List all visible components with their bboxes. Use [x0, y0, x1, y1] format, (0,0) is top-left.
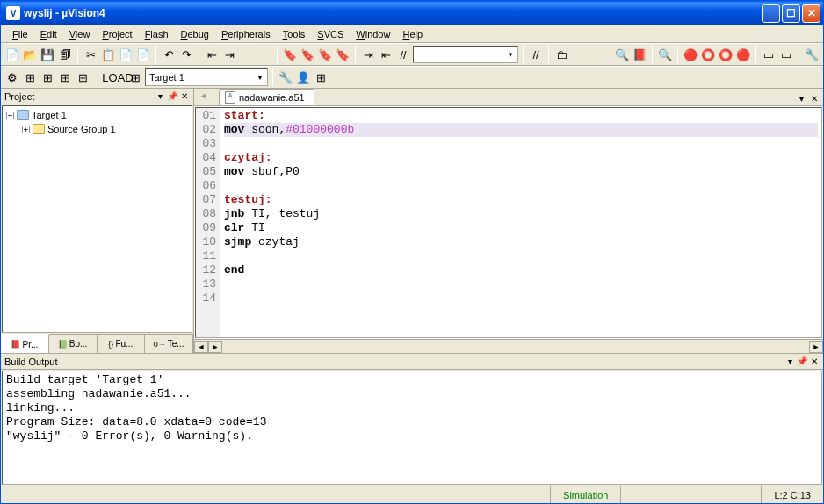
tree-source-group[interactable]: + Source Group 1 [4, 122, 190, 136]
toolbar-button[interactable]: 📕 [632, 47, 647, 62]
scroll-left-icon[interactable]: ◄ [194, 341, 208, 353]
minimize-button[interactable]: _ [762, 4, 780, 23]
toolbar-button[interactable]: ⊞ [40, 69, 55, 85]
project-panel: Project ▾ 📌 ✕ − Target 1 + Source Group … [1, 89, 194, 353]
panel-dropdown-icon[interactable]: ▾ [155, 91, 165, 101]
toolbar-button[interactable]: // [528, 47, 544, 62]
code-content[interactable]: start:mov scon,#01000000bczytaj:mov sbuf… [220, 108, 821, 337]
project-tab[interactable]: 📕Pr... [1, 334, 49, 353]
menu-file[interactable]: File [6, 27, 34, 41]
project-tabs: 📕Pr...📗Bo...{}Fu...0→Te... [1, 334, 193, 353]
toolbar-button[interactable]: 🔖 [335, 47, 351, 62]
toolbar-button[interactable]: 💾 [40, 47, 55, 62]
panel-close-icon[interactable]: ✕ [179, 91, 190, 101]
toolbar-button[interactable]: ⊞ [127, 69, 143, 85]
build-output-panel: Build Output ▾ 📌 ✕ Build target 'Target … [1, 354, 823, 486]
toolbar-button[interactable]: ⊞ [22, 69, 38, 85]
expand-icon[interactable]: + [22, 126, 30, 133]
tree-root-target[interactable]: − Target 1 [4, 108, 190, 122]
menu-debug[interactable]: Debug [175, 27, 215, 41]
scroll-right-end-icon[interactable]: ► [809, 341, 823, 353]
menu-edit[interactable]: Edit [34, 27, 63, 41]
menu-window[interactable]: Window [350, 27, 396, 41]
menu-help[interactable]: Help [396, 27, 429, 41]
editor-close-icon[interactable]: ✕ [811, 94, 818, 104]
toolbar-button[interactable]: ⭕ [700, 47, 716, 62]
build-panel-label: Build Output [4, 356, 58, 367]
project-tab[interactable]: 0→Te... [145, 335, 193, 353]
editor-h-scrollbar[interactable]: ◄ ► ► [194, 339, 823, 353]
toolbar-button[interactable]: 📄 [135, 47, 151, 62]
toolbar-button[interactable]: ⊞ [57, 69, 73, 85]
folder-icon [33, 124, 45, 134]
editor-tabs: A nadawanie.a51 ▾ ✕ [194, 89, 823, 106]
toolbar-button[interactable]: 🔖 [300, 47, 315, 62]
build-panel-title: Build Output ▾ 📌 ✕ [1, 354, 823, 370]
menu-peripherals[interactable]: Peripherals [215, 27, 277, 41]
toolbar-button[interactable]: ▭ [761, 47, 777, 62]
toolbar-button[interactable]: ⇥ [221, 47, 237, 62]
toolbar-button[interactable]: 📋 [100, 47, 116, 62]
panel-dropdown-icon[interactable]: ▾ [784, 356, 795, 366]
tree-label: Target 1 [32, 110, 67, 120]
panel-pin-icon[interactable]: 📌 [797, 356, 807, 366]
toolbar-button[interactable] [257, 47, 272, 62]
toolbar-button[interactable]: ⭕ [718, 47, 734, 62]
toolbar-button[interactable]: 👤 [295, 69, 311, 85]
editor-tab-label: nadawanie.a51 [239, 92, 305, 103]
status-spacer [620, 486, 761, 503]
close-button[interactable]: ✕ [802, 4, 820, 23]
window-title: wyslij - µVision4 [24, 7, 762, 19]
target-select[interactable]: Target 1▼ [145, 68, 268, 86]
menu-flash[interactable]: Flash [139, 27, 175, 41]
statusbar: Simulation L:2 C:13 [1, 486, 823, 503]
toolbar-button[interactable]: ⊞ [75, 69, 90, 85]
menu-svcs[interactable]: SVCS [311, 27, 350, 41]
toolbar-button[interactable]: 🔍 [657, 47, 673, 62]
tree-label: Source Group 1 [47, 124, 116, 134]
collapse-icon[interactable]: − [6, 112, 14, 119]
project-tab[interactable]: 📗Bo... [49, 335, 98, 353]
toolbar-button[interactable]: 📂 [22, 47, 38, 62]
panel-close-icon[interactable]: ✕ [809, 356, 820, 366]
toolbar-button[interactable]: 🔴 [735, 47, 751, 62]
toolbar-button[interactable]: ⚙ [4, 69, 20, 85]
toolbar-button[interactable]: ⇥ [360, 47, 376, 62]
toolbar-button[interactable]: ⇤ [378, 47, 394, 62]
toolbar-button[interactable]: ↷ [178, 47, 194, 62]
code-editor[interactable]: 0102030405060708091011121314 start:mov s… [195, 107, 822, 338]
toolbar-button[interactable]: 🔍 [614, 47, 630, 62]
editor-dropdown-icon[interactable]: ▾ [799, 94, 804, 104]
editor-tab-active[interactable]: A nadawanie.a51 [219, 89, 314, 105]
project-tab[interactable]: {}Fu... [98, 335, 146, 353]
panel-pin-icon[interactable]: 📌 [167, 91, 177, 101]
maximize-button[interactable]: ☐ [782, 4, 800, 23]
toolbar-button[interactable]: 🗐 [57, 47, 73, 62]
toolbar-button[interactable]: 🔖 [282, 47, 298, 62]
menu-project[interactable]: Project [96, 27, 138, 41]
toolbar-button[interactable]: 🔧 [804, 47, 820, 62]
toolbar-button[interactable]: 🗀 [553, 47, 569, 62]
toolbar-button[interactable]: ✂ [83, 47, 98, 62]
toolbar-button[interactable]: ↶ [161, 47, 177, 62]
project-panel-title: Project ▾ 📌 ✕ [1, 89, 193, 104]
menu-tools[interactable]: Tools [277, 27, 312, 41]
project-tree[interactable]: − Target 1 + Source Group 1 [2, 105, 192, 333]
toolbar-button[interactable]: ⇤ [204, 47, 220, 62]
app-icon: V [6, 6, 20, 20]
toolbar-button[interactable]: ▭ [778, 47, 794, 62]
toolbar-button[interactable]: LOAD [110, 69, 126, 85]
build-output-text[interactable]: Build target 'Target 1' assembling nadaw… [2, 371, 822, 485]
scroll-right-icon[interactable]: ► [208, 341, 222, 353]
menu-view[interactable]: View [63, 27, 97, 41]
toolbar-button[interactable]: 📄 [4, 47, 20, 62]
toolbar-button[interactable]: 🔧 [278, 69, 293, 85]
toolbar-button[interactable]: 🔴 [683, 47, 698, 62]
toolbar-button[interactable]: 📄 [118, 47, 134, 62]
toolbar-button[interactable]: 🔖 [317, 47, 333, 62]
toolbar-button[interactable]: ⊞ [313, 69, 329, 85]
status-simulation: Simulation [550, 486, 620, 503]
toolbar-button[interactable] [239, 47, 255, 62]
toolbar-button[interactable]: // [395, 47, 411, 62]
find-combo[interactable]: ▼ [413, 46, 518, 63]
